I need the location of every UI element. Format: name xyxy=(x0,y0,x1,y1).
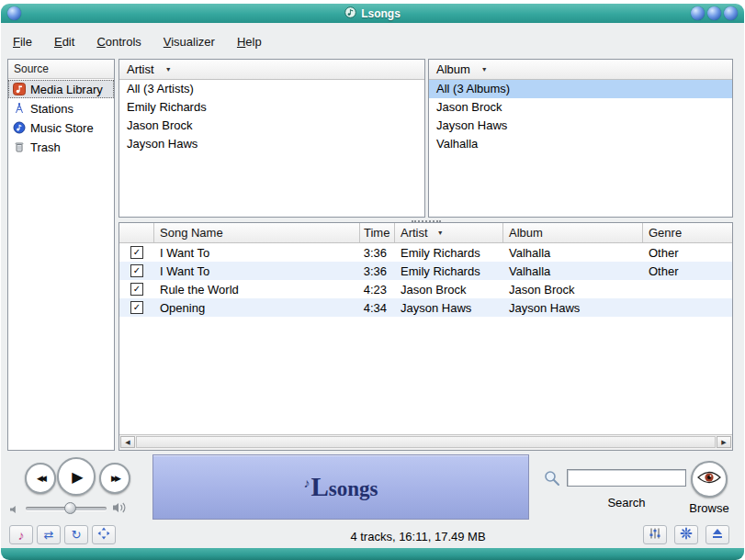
rewind-button[interactable]: ◀◀ xyxy=(25,463,56,494)
equalizer-icon xyxy=(649,527,661,543)
menu-help[interactable]: Help xyxy=(237,35,262,49)
sidebar-item-label: Media Library xyxy=(30,83,103,96)
artist-item[interactable]: Emily Richards xyxy=(119,98,424,117)
sidebar-item-label: Stations xyxy=(30,102,73,116)
artist-item[interactable]: Jayson Haws xyxy=(119,135,424,153)
sidebar-item-trash[interactable]: Trash xyxy=(8,138,114,156)
source-header: Source xyxy=(8,60,114,79)
eject-button[interactable] xyxy=(705,525,729,544)
song-artist-cell: Emily Richards xyxy=(395,264,503,278)
song-name-cell: I Want To xyxy=(154,264,360,278)
repeat-icon: ↻ xyxy=(72,528,82,542)
album-item[interactable]: Jason Brock xyxy=(429,98,732,117)
status-text: 4 tracks, 16:11, 17.49 MB xyxy=(276,530,560,543)
song-name-cell: Rule the World xyxy=(154,283,360,297)
lcd-logo: Lsongs xyxy=(310,472,378,502)
sidebar-item-stations[interactable]: Stations xyxy=(8,99,114,118)
song-row[interactable]: ✓ Rule the World 4:23 Jason Brock Jason … xyxy=(119,280,732,298)
song-genre-cell: Other xyxy=(643,264,732,278)
visualizer-button[interactable] xyxy=(674,525,698,544)
song-artist-cell: Jason Brock xyxy=(395,283,503,297)
artist-item[interactable]: Jason Brock xyxy=(119,117,424,135)
song-artist-cell: Jayson Haws xyxy=(395,301,503,315)
window-title: Lsongs xyxy=(361,7,401,20)
song-time-cell: 3:36 xyxy=(360,246,395,260)
song-checkbox[interactable]: ✓ xyxy=(130,246,143,259)
scroll-left-button[interactable]: ◀ xyxy=(120,436,135,448)
column-label: Time xyxy=(364,226,389,240)
album-item[interactable]: Jayson Haws xyxy=(429,117,732,135)
trash-icon xyxy=(12,140,26,154)
checkbox-column-header[interactable] xyxy=(119,223,154,242)
sidebar-item-label: Music Store xyxy=(30,121,94,135)
sort-arrow-icon: ▼ xyxy=(165,66,172,73)
window-bottom-frame xyxy=(1,548,744,560)
song-album-cell: Valhalla xyxy=(503,264,643,278)
scrollbar-thumb[interactable] xyxy=(136,436,716,448)
song-name-cell: I Want To xyxy=(154,246,360,260)
sidebar-item-music-store[interactable]: Music Store xyxy=(8,118,114,137)
eye-icon xyxy=(696,469,722,489)
shuffle-button[interactable]: ⇄ xyxy=(37,525,61,544)
sidebar-item-label: Trash xyxy=(30,140,61,154)
artist-column-header-table[interactable]: Artist▼ xyxy=(395,223,503,242)
play-button[interactable]: ▶ xyxy=(57,457,96,496)
song-checkbox[interactable]: ✓ xyxy=(130,283,143,296)
volume-low-icon xyxy=(9,502,20,519)
mini-player-button[interactable] xyxy=(92,525,116,544)
titlebar[interactable]: Lsongs xyxy=(1,4,744,23)
volume-high-icon xyxy=(112,500,129,519)
song-row[interactable]: ✓ I Want To 3:36 Emily Richards Valhalla… xyxy=(119,262,732,280)
artist-item[interactable]: All (3 Artists) xyxy=(119,80,424,98)
volume-slider-thumb[interactable] xyxy=(64,502,76,514)
album-item[interactable]: All (3 Albums) xyxy=(429,80,732,98)
artist-column-header[interactable]: Artist ▼ xyxy=(119,60,424,80)
song-name-column-header[interactable]: Song Name xyxy=(154,223,360,242)
search-input[interactable] xyxy=(567,469,686,487)
close-button[interactable] xyxy=(724,6,738,20)
song-table-hscrollbar[interactable]: ◀ ▶ xyxy=(119,434,732,450)
media-library-icon xyxy=(12,83,26,96)
song-album-cell: Jayson Haws xyxy=(503,301,643,315)
song-row[interactable]: ✓ Opening 4:34 Jayson Haws Jayson Haws xyxy=(119,298,732,317)
music-store-icon xyxy=(12,121,26,135)
song-row[interactable]: ✓ I Want To 3:36 Emily Richards Valhalla… xyxy=(119,243,732,262)
menu-file[interactable]: File xyxy=(13,35,32,49)
album-header-label: Album xyxy=(436,62,470,76)
album-column-header-table[interactable]: Album xyxy=(503,223,643,242)
genre-column-header[interactable]: Genre xyxy=(643,223,732,242)
search-icon xyxy=(543,469,561,491)
visualizer-icon xyxy=(680,527,693,543)
time-column-header[interactable]: Time xyxy=(360,223,395,242)
menu-controls[interactable]: Controls xyxy=(96,35,141,49)
scroll-left-icon: ◀ xyxy=(125,439,130,446)
song-album-cell: Jason Brock xyxy=(503,283,643,297)
album-item[interactable]: Valhalla xyxy=(429,135,732,153)
menu-visualizer[interactable]: Visualizer xyxy=(164,35,215,49)
maximize-button[interactable] xyxy=(707,6,721,20)
scroll-right-icon: ▶ xyxy=(721,439,726,446)
eject-icon xyxy=(711,527,724,543)
shuffle-icon: ⇄ xyxy=(44,528,54,542)
song-time-cell: 4:23 xyxy=(360,283,395,297)
new-playlist-button[interactable]: ♪ xyxy=(9,525,33,544)
album-panel: Album ▼ All (3 Albums) Jason Brock Jayso… xyxy=(428,59,733,218)
song-checkbox[interactable]: ✓ xyxy=(130,264,143,277)
album-column-header[interactable]: Album ▼ xyxy=(429,60,732,80)
minimize-button[interactable] xyxy=(691,6,705,20)
lcd-display: ♪ Lsongs xyxy=(152,454,529,520)
forward-button[interactable]: ▶▶ xyxy=(99,463,130,494)
browse-label: Browse xyxy=(685,501,733,515)
repeat-button[interactable]: ↻ xyxy=(64,525,88,544)
column-label: Album xyxy=(509,226,543,240)
equalizer-button[interactable] xyxy=(643,525,667,544)
song-checkbox[interactable]: ✓ xyxy=(130,301,143,314)
browse-button[interactable] xyxy=(691,461,728,498)
menu-edit[interactable]: Edit xyxy=(54,35,74,49)
song-name-cell: Opening xyxy=(154,301,360,315)
song-album-cell: Valhalla xyxy=(503,246,643,260)
song-table-panel: Song Name Time Artist▼ Album Genre ✓ I W… xyxy=(119,222,733,451)
scroll-right-button[interactable]: ▶ xyxy=(717,436,731,448)
sidebar-item-media-library[interactable]: Media Library xyxy=(8,80,114,98)
lsongs-window: Lsongs File Edit Controls Visualizer Hel… xyxy=(0,0,745,560)
